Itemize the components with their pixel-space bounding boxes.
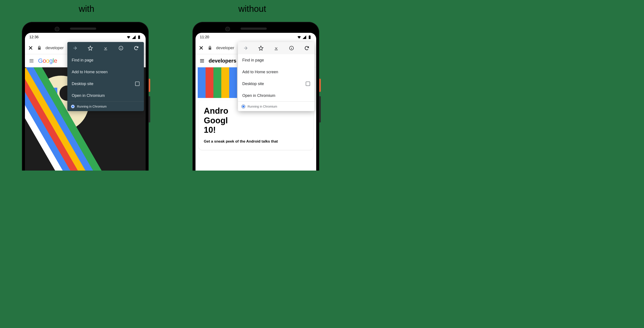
info-icon[interactable]	[118, 46, 124, 51]
hamburger-icon[interactable]	[200, 58, 205, 64]
status-time: 11:20	[200, 35, 209, 39]
overflow-menu: Find in page Add to Home screen Desktop …	[67, 42, 144, 111]
power-button	[149, 79, 150, 92]
phone-frame-with: 12:36 developer Google	[22, 22, 149, 170]
running-label: Running in Chromium	[248, 105, 277, 108]
caption-with: with	[79, 4, 94, 14]
status-icons	[126, 35, 141, 39]
menu-footer: Running in Chromium	[67, 102, 144, 111]
lock-icon	[208, 46, 212, 50]
status-bar: 12:36	[25, 33, 146, 42]
info-icon[interactable]	[289, 46, 294, 51]
menu-open-chromium[interactable]: Open in Chromium	[67, 90, 144, 102]
refresh-icon[interactable]	[134, 46, 139, 51]
menu-add-home[interactable]: Add to Home screen	[238, 66, 314, 78]
screen: 12:36 developer Google	[25, 33, 146, 170]
menu-desktop-site[interactable]: Desktop site	[67, 78, 144, 90]
overflow-menu: Find in page Add to Home screen Desktop …	[238, 42, 314, 111]
power-button	[319, 79, 321, 92]
download-icon[interactable]	[103, 46, 108, 51]
volume-button	[319, 96, 321, 122]
decorative-stripes	[198, 67, 237, 98]
cellular-icon	[132, 35, 136, 39]
subhead: Get a sneak peek of the Android talks th…	[204, 139, 308, 144]
wifi-icon	[297, 35, 301, 39]
menu-add-home[interactable]: Add to Home screen	[67, 66, 144, 78]
menu-find-in-page[interactable]: Find in page	[67, 54, 144, 66]
menu-find-in-page[interactable]: Find in page	[238, 54, 314, 66]
volume-button	[149, 96, 150, 122]
cellular-icon	[302, 35, 306, 39]
front-camera	[225, 27, 230, 32]
close-icon[interactable]	[28, 45, 33, 50]
menu-icon-row	[67, 42, 144, 54]
running-label: Running in Chromium	[77, 105, 106, 108]
hamburger-icon[interactable]	[29, 58, 34, 64]
close-icon[interactable]	[198, 45, 204, 50]
status-icons	[297, 35, 312, 39]
status-bar: 11:20	[196, 33, 316, 42]
speaker-grille	[240, 28, 267, 30]
menu-open-chromium[interactable]: Open in Chromium	[238, 90, 314, 102]
battery-icon	[308, 35, 312, 39]
star-icon[interactable]	[88, 46, 93, 51]
menu-footer: Running in Chromium	[238, 102, 314, 111]
battery-icon	[137, 35, 141, 39]
download-icon[interactable]	[274, 46, 279, 51]
forward-icon[interactable]	[243, 46, 248, 51]
speaker-grille	[70, 28, 96, 30]
screen: 11:20 developer developers Andr	[196, 33, 316, 170]
front-camera	[55, 27, 60, 32]
menu-desktop-site[interactable]: Desktop site	[238, 78, 314, 90]
chromium-icon	[242, 104, 245, 108]
lock-icon	[37, 46, 42, 50]
menu-icon-row	[238, 42, 314, 54]
desktop-site-checkbox[interactable]	[135, 82, 140, 86]
forward-icon[interactable]	[72, 46, 78, 51]
refresh-icon[interactable]	[304, 46, 310, 51]
chromium-icon	[71, 104, 75, 108]
caption-without: without	[238, 4, 266, 14]
star-icon[interactable]	[258, 46, 264, 51]
wifi-icon	[126, 35, 131, 39]
desktop-site-checkbox[interactable]	[306, 82, 310, 86]
phone-frame-without: 11:20 developer developers Andr	[192, 22, 319, 170]
google-logo: Google	[38, 57, 57, 64]
status-time: 12:36	[29, 35, 39, 39]
developers-wordmark: developers	[208, 58, 236, 64]
